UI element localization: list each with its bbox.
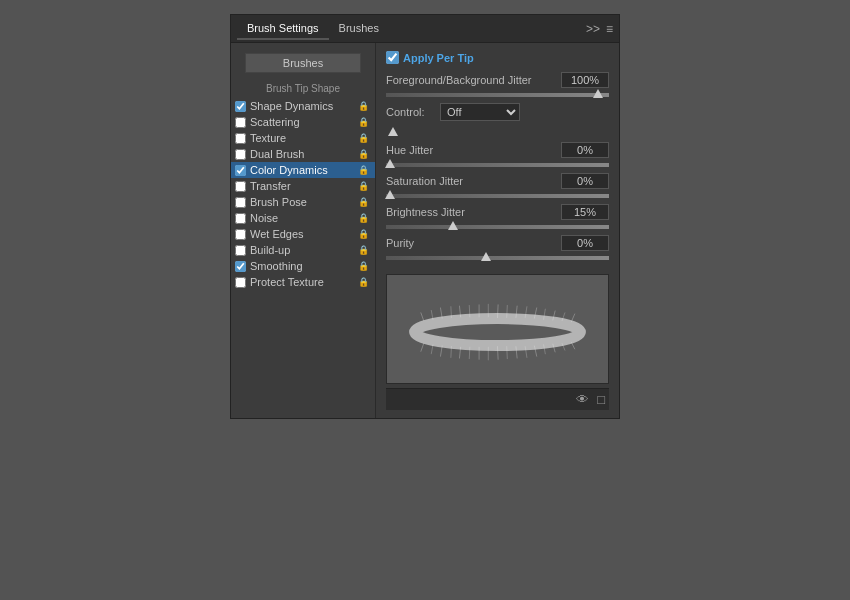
list-item[interactable]: Build-up 🔒 <box>231 242 375 258</box>
fg-bg-jitter-slider[interactable] <box>386 93 609 97</box>
lock-icon: 🔒 <box>358 117 369 127</box>
hue-jitter-row: Hue Jitter <box>386 142 609 158</box>
purity-label: Purity <box>386 237 557 249</box>
fg-bg-jitter-thumb <box>593 89 603 98</box>
preview-footer: 👁 □ <box>386 388 609 410</box>
menu-icon[interactable]: ≡ <box>606 22 613 36</box>
brush-pose-checkbox[interactable] <box>235 197 246 208</box>
left-panel: Brushes Brush Tip Shape Shape Dynamics 🔒… <box>231 43 376 418</box>
hue-jitter-slider[interactable] <box>386 163 609 167</box>
list-item[interactable]: Dual Brush 🔒 <box>231 146 375 162</box>
transfer-label: Transfer <box>250 180 358 192</box>
panel-header: Brush Settings Brushes >> ≡ <box>231 15 619 43</box>
purity-input[interactable] <box>561 235 609 251</box>
lock-icon: 🔒 <box>358 181 369 191</box>
buildup-label: Build-up <box>250 244 358 256</box>
saturation-jitter-row: Saturation Jitter <box>386 173 609 189</box>
lock-icon: 🔒 <box>358 149 369 159</box>
lock-icon: 🔒 <box>358 101 369 111</box>
fg-bg-jitter-track <box>386 93 609 97</box>
hue-jitter-label: Hue Jitter <box>386 144 557 156</box>
panel-header-icons: >> ≡ <box>586 22 613 36</box>
lock-icon: 🔒 <box>358 277 369 287</box>
list-item[interactable]: Brush Pose 🔒 <box>231 194 375 210</box>
brush-pose-label: Brush Pose <box>250 196 358 208</box>
lock-icon: 🔒 <box>358 133 369 143</box>
color-dynamics-checkbox[interactable] <box>235 165 246 176</box>
purity-slider[interactable] <box>386 256 609 260</box>
brightness-jitter-track <box>386 225 609 229</box>
hue-jitter-input[interactable] <box>561 142 609 158</box>
dual-brush-label: Dual Brush <box>250 148 358 160</box>
brightness-jitter-input[interactable] <box>561 204 609 220</box>
brightness-jitter-row: Brightness Jitter <box>386 204 609 220</box>
purity-row: Purity <box>386 235 609 251</box>
dual-brush-checkbox[interactable] <box>235 149 246 160</box>
saturation-jitter-input[interactable] <box>561 173 609 189</box>
scattering-checkbox[interactable] <box>235 117 246 128</box>
saturation-jitter-label: Saturation Jitter <box>386 175 557 187</box>
shape-dynamics-checkbox[interactable] <box>235 101 246 112</box>
apply-per-tip-checkbox[interactable] <box>386 51 399 64</box>
section-title: Brush Tip Shape <box>231 81 375 98</box>
brightness-jitter-slider[interactable] <box>386 225 609 229</box>
protect-texture-checkbox[interactable] <box>235 277 246 288</box>
list-item[interactable]: Smoothing 🔒 <box>231 258 375 274</box>
wet-edges-label: Wet Edges <box>250 228 358 240</box>
control-select[interactable]: Off Fade Pen Pressure Pen Tilt <box>440 103 520 121</box>
saturation-jitter-thumb <box>385 190 395 199</box>
list-item[interactable]: Shape Dynamics 🔒 <box>231 98 375 114</box>
protect-texture-label: Protect Texture <box>250 276 358 288</box>
fg-bg-jitter-label: Foreground/Background Jitter <box>386 74 557 86</box>
list-item[interactable]: Texture 🔒 <box>231 130 375 146</box>
buildup-checkbox[interactable] <box>235 245 246 256</box>
canvas-icon[interactable]: □ <box>597 392 605 407</box>
brightness-jitter-thumb <box>448 221 458 230</box>
purity-track <box>386 256 609 260</box>
preview-section: 👁 □ <box>386 266 609 410</box>
texture-checkbox[interactable] <box>235 133 246 144</box>
list-item[interactable]: Scattering 🔒 <box>231 114 375 130</box>
texture-label: Texture <box>250 132 358 144</box>
control-label: Control: <box>386 106 436 118</box>
hue-jitter-thumb <box>385 159 395 168</box>
brushes-button[interactable]: Brushes <box>245 53 360 73</box>
fg-bg-jitter-row: Foreground/Background Jitter <box>386 72 609 88</box>
tab-brush-settings[interactable]: Brush Settings <box>237 18 329 40</box>
purity-thumb <box>481 252 491 261</box>
list-item[interactable]: Transfer 🔒 <box>231 178 375 194</box>
scattering-label: Scattering <box>250 116 358 128</box>
wet-edges-checkbox[interactable] <box>235 229 246 240</box>
forward-icon[interactable]: >> <box>586 22 600 36</box>
panel-body: Brushes Brush Tip Shape Shape Dynamics 🔒… <box>231 43 619 418</box>
brightness-jitter-label: Brightness Jitter <box>386 206 557 218</box>
saturation-jitter-track <box>386 194 609 198</box>
tab-brushes[interactable]: Brushes <box>329 18 389 40</box>
color-dynamics-label: Color Dynamics <box>250 164 358 176</box>
smoothing-checkbox[interactable] <box>235 261 246 272</box>
list-item[interactable]: Noise 🔒 <box>231 210 375 226</box>
apply-per-tip-row: Apply Per Tip <box>386 51 609 64</box>
lock-icon: 🔒 <box>358 229 369 239</box>
brush-preview-svg <box>387 275 608 383</box>
lock-icon: 🔒 <box>358 197 369 207</box>
right-panel: Apply Per Tip Foreground/Background Jitt… <box>376 43 619 418</box>
saturation-jitter-slider[interactable] <box>386 194 609 198</box>
lock-icon: 🔒 <box>358 261 369 271</box>
noise-label: Noise <box>250 212 358 224</box>
lock-icon: 🔒 <box>358 213 369 223</box>
transfer-checkbox[interactable] <box>235 181 246 192</box>
lock-icon: 🔒 <box>358 165 369 175</box>
eye-icon[interactable]: 👁 <box>576 392 589 407</box>
shape-dynamics-label: Shape Dynamics <box>250 100 358 112</box>
lock-icon: 🔒 <box>358 245 369 255</box>
hue-jitter-track <box>386 163 609 167</box>
list-item[interactable]: Protect Texture 🔒 <box>231 274 375 290</box>
control-row: Control: Off Fade Pen Pressure Pen Tilt <box>386 103 609 121</box>
fg-bg-jitter-input[interactable] <box>561 72 609 88</box>
noise-checkbox[interactable] <box>235 213 246 224</box>
brush-settings-panel: Brush Settings Brushes >> ≡ Brushes Brus… <box>230 14 620 419</box>
list-item[interactable]: Color Dynamics 🔒 <box>231 162 375 178</box>
hue-jitter-thumb-row <box>386 127 609 136</box>
list-item[interactable]: Wet Edges 🔒 <box>231 226 375 242</box>
